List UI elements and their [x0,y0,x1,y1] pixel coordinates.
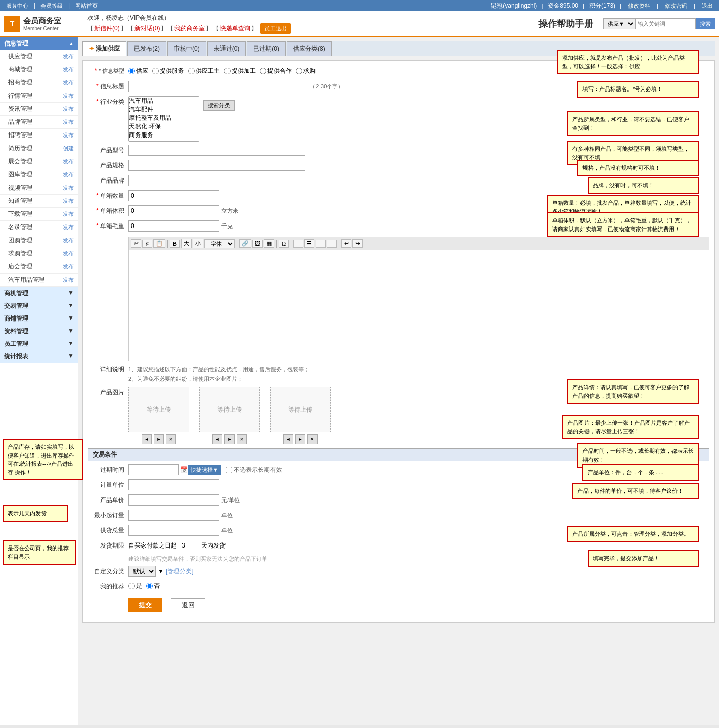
top-links[interactable]: 服务中心 | 会员等级 | 网站首页 [4,2,100,10]
toolbar-cut-btn[interactable]: ✂ [131,239,141,248]
no-expire-checkbox[interactable] [226,467,232,473]
toolbar-align-right-btn[interactable]: ≡ [316,240,326,248]
toolbar-align-justify-btn[interactable]: ≡ [327,240,337,248]
radio-provide-processing[interactable]: 提供加工 [224,67,256,75]
product-price-input[interactable] [128,494,219,506]
service-center-link[interactable]: 服务中心 [6,3,28,9]
toolbar-image-btn[interactable]: 🖼 [252,240,263,248]
toolbar-undo-btn[interactable]: ↩ [341,239,351,248]
home-link[interactable]: 网站首页 [75,3,98,9]
img-next-btn-1[interactable]: ► [154,434,164,444]
toolbar-table-btn[interactable]: ▦ [264,239,274,248]
tab-published[interactable]: 已发布(2) [127,41,166,56]
edit-profile-link[interactable]: 修改资料 [628,2,650,10]
toolbar-copy-btn[interactable]: ⎘ [142,240,152,248]
toolbar-link-btn[interactable]: 🔗 [239,239,251,248]
recommend-no-radio[interactable] [146,583,153,589]
sidebar-item-gallery[interactable]: 图库管理 发布 [0,168,78,181]
search-category-btn[interactable]: 搜索分类 [203,100,235,111]
toolbar-redo-btn[interactable]: ↪ [352,239,363,248]
toolbar-fontsize-small-btn[interactable]: 小 [193,239,203,248]
radio-provide-service[interactable]: 提供服务 [152,67,184,75]
image-slot-3[interactable]: 等待上传 [270,387,331,432]
radio-provide-cooperation[interactable]: 提供合作 [260,67,292,75]
trade-section-header[interactable]: 交易管理 ▼ [0,300,78,312]
img-next-btn-3[interactable]: ► [295,434,305,444]
calendar-icon[interactable]: 📅 [180,466,188,473]
weight-input[interactable] [128,220,219,232]
image-slot-1[interactable]: 等待上传 [128,387,189,432]
radio-supply[interactable]: 供应 [128,67,148,75]
image-slot-2[interactable]: 等待上传 [199,387,260,432]
tab-rejected[interactable]: 未通过(0) [207,41,246,56]
toolbar-paste-btn[interactable]: 📋 [153,239,165,248]
sidebar-item-market[interactable]: 行情管理 发布 [0,89,78,103]
new-dialog-link[interactable]: 新对话(0) [134,25,160,32]
radio-purchase[interactable]: 求购 [296,67,316,75]
sidebar-item-shop[interactable]: 商城管理 发布 [0,63,78,76]
sidebar-item-directory[interactable]: 名录管理 发布 [0,221,78,234]
sidebar-item-know[interactable]: 知道管理 发布 [0,195,78,208]
measure-unit-input[interactable] [128,479,219,490]
sidebar-item-supply[interactable]: 供应管理 发布 [0,50,78,63]
editor-area[interactable] [128,250,472,361]
toolbar-omega-btn[interactable]: Ω [279,240,289,248]
stats-section-header[interactable]: 统计报表 ▼ [0,350,78,363]
recommend-yes-radio[interactable] [128,583,135,589]
quantity-input[interactable] [128,190,219,201]
custom-category-select[interactable]: 默认 [128,566,156,577]
sidebar-item-resume[interactable]: 简历管理 创建 [0,142,78,155]
data-section-header[interactable]: 资料管理 ▼ [0,325,78,338]
recommend-yes-label[interactable]: 是 [128,582,142,590]
employee-section-header[interactable]: 员工管理 ▼ [0,338,78,350]
shop-section-header[interactable]: 商铺管理 ▼ [0,312,78,325]
toolbar-font-select[interactable]: 字体 [204,239,235,248]
logout-link[interactable]: 退出 [702,2,713,10]
industry-select[interactable]: 汽车用品 汽车配件 摩托整车及用品 天然化.环保 商务服务 建筑建材 化妆品、美… [128,96,199,142]
img-delete-btn-1[interactable]: ✕ [166,434,176,444]
sidebar-item-video[interactable]: 视频管理 发布 [0,181,78,195]
min-order-input[interactable] [128,510,219,521]
sidebar-item-purchase[interactable]: 求购管理 发布 [0,247,78,260]
tab-add-supply[interactable]: ✦ 添加供应 [82,41,126,56]
delivery-days-input[interactable] [179,540,199,551]
product-model-input[interactable] [128,145,305,156]
sidebar-item-auto[interactable]: 汽车用品管理 发布 [0,274,78,287]
sidebar-item-news[interactable]: 资讯管理 发布 [0,103,78,116]
change-password-link[interactable]: 修改密码 [665,2,687,10]
img-delete-btn-2[interactable]: ✕ [237,434,247,444]
merchant-section-header[interactable]: 商机管理 ▼ [0,287,78,300]
radio-supply-master[interactable]: 供应工主 [188,67,220,75]
search-input[interactable] [635,18,696,29]
submit-btn[interactable]: 提交 [128,598,162,612]
tab-reviewing[interactable]: 审核中(0) [167,41,206,56]
my-room-link[interactable]: 我的商务室 [174,25,205,32]
sidebar-item-fair[interactable]: 庙会管理 发布 [0,260,78,274]
img-delete-btn-3[interactable]: ✕ [307,434,318,444]
toolbar-fontsize-btn[interactable]: 大 [181,239,192,248]
express-link[interactable]: 快递单查询 [220,25,250,32]
toolbar-bold-btn[interactable]: B [170,240,180,248]
new-mail-link[interactable]: 新信件(0) [94,25,120,32]
sidebar-item-investment[interactable]: 招商管理 发布 [0,76,78,89]
tab-category[interactable]: 供应分类(8) [287,41,332,56]
no-expire-checkbox-label[interactable]: 不选表示长期有效 [226,466,282,474]
employee-exit-btn[interactable]: 员工退出 [260,23,291,34]
sidebar-header-info[interactable]: 信息管理 ▲ [0,37,78,50]
product-brand-input[interactable] [128,175,305,186]
img-prev-btn-3[interactable]: ◄ [283,434,293,444]
info-title-input[interactable] [128,81,305,92]
img-prev-btn-1[interactable]: ◄ [142,434,152,444]
sidebar-item-expo[interactable]: 展会管理 发布 [0,155,78,168]
img-prev-btn-2[interactable]: ◄ [212,434,222,444]
sidebar-item-download[interactable]: 下载管理 发布 [0,208,78,221]
sidebar-item-brand[interactable]: 品牌管理 发布 [0,116,78,129]
search-type-select[interactable]: 供应▼ [603,18,635,29]
quick-select-btn[interactable]: 快捷选择▼ [188,465,221,475]
tab-expired[interactable]: 已过期(0) [247,41,286,56]
img-next-btn-2[interactable]: ► [224,434,235,444]
toolbar-align-center-btn[interactable]: ☰ [304,239,314,248]
product-spec-input[interactable] [128,160,305,171]
search-btn[interactable]: 搜索 [696,18,715,29]
sidebar-item-jobs[interactable]: 招聘管理 发布 [0,129,78,142]
